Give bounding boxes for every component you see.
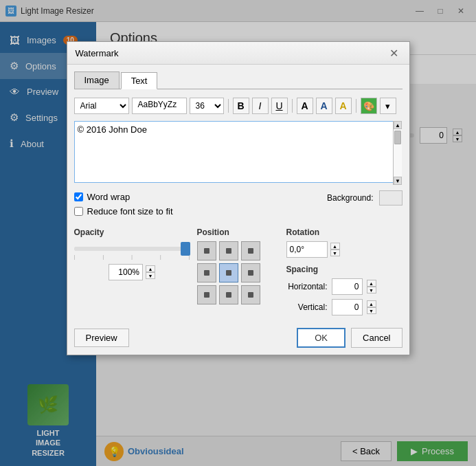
reduce-font-label: Reduce font size to fit: [87, 206, 173, 217]
vertical-down-button[interactable]: ▼: [367, 307, 376, 314]
word-wrap-label: Word wrap: [87, 192, 131, 202]
spacing-group: Spacing Horizontal: ▲ ▼ Vertical:: [286, 265, 403, 315]
rotation-input-row: ▲ ▼: [286, 241, 403, 258]
vertical-spinners: ▲ ▼: [367, 300, 376, 314]
opacity-input[interactable]: [109, 264, 143, 280]
app-window: 🖼 Light Image Resizer — □ ✕ 🖼 Images 10 …: [0, 0, 476, 466]
opacity-ticks: | | | | |: [74, 254, 190, 260]
text-scrollbar: ▲ ▼: [393, 121, 403, 185]
horizontal-spacing-input[interactable]: [332, 278, 363, 295]
rotation-input[interactable]: [286, 241, 328, 258]
font-sample: AaBbYyZz: [132, 98, 187, 114]
tab-image[interactable]: Image: [74, 71, 120, 89]
opacity-track[interactable]: [74, 247, 190, 251]
opacity-spinners: ▲ ▼: [146, 265, 155, 279]
footer-right: OK Cancel: [297, 328, 402, 348]
tab-text[interactable]: Text: [121, 72, 158, 89]
font-name-select[interactable]: Arial: [74, 98, 129, 114]
position-grid: [197, 241, 280, 304]
paint-icon: 🎨: [363, 101, 374, 111]
vertical-up-button[interactable]: ▲: [367, 300, 376, 307]
bold-button[interactable]: B: [233, 98, 249, 114]
cancel-button[interactable]: Cancel: [351, 328, 402, 348]
opacity-down-button[interactable]: ▼: [146, 272, 155, 279]
horizontal-spinners: ▲ ▼: [367, 280, 376, 293]
spacing-label: Spacing: [286, 265, 403, 274]
vertical-label: Vertical:: [286, 302, 328, 312]
modal-title-bar: Watermark ✕: [67, 42, 409, 65]
underline-button[interactable]: U: [271, 98, 288, 114]
rotation-spinners: ▲ ▼: [330, 243, 340, 256]
reduce-font-row: Reduce font size to fit: [74, 206, 173, 217]
opacity-section: Opacity | | | | |: [74, 228, 190, 320]
color-a-yellow-label: A: [339, 100, 346, 111]
text-toolbar: Arial AaBbYyZz 36 8 12 14 18 24 48 72 B: [74, 95, 403, 117]
rotation-down-button[interactable]: ▼: [330, 249, 340, 256]
toolbar-separator-2: [292, 99, 293, 113]
modal-overlay: Watermark ✕ Image Text Arial: [0, 0, 476, 466]
position-middle-left[interactable]: [197, 263, 216, 282]
color-a-blue-label: A: [320, 100, 327, 111]
opacity-thumb[interactable]: [181, 242, 190, 256]
position-middle-center[interactable]: [219, 263, 238, 282]
rotation-spacing-section: Rotation ▲ ▼ Spacing Horizontal:: [286, 228, 403, 320]
position-bottom-left[interactable]: [197, 285, 216, 304]
position-top-center[interactable]: [219, 241, 238, 260]
color-a-black-label: A: [301, 100, 308, 111]
three-column-section: Opacity | | | | |: [74, 228, 403, 320]
italic-button[interactable]: I: [252, 98, 269, 114]
horizontal-label: Horizontal:: [286, 282, 328, 291]
position-top-left[interactable]: [197, 241, 216, 260]
opacity-label: Opacity: [74, 228, 190, 237]
checkbox-group: Word wrap Reduce font size to fit: [74, 188, 173, 221]
vertical-spacing-input[interactable]: [332, 299, 363, 315]
text-color-blue-button[interactable]: A: [316, 98, 332, 114]
ok-button[interactable]: OK: [297, 328, 345, 348]
position-top-right[interactable]: [241, 241, 260, 260]
modal-close-button[interactable]: ✕: [387, 46, 401, 60]
watermark-text-input[interactable]: © 2016 John Doe: [74, 121, 403, 183]
text-color-yellow-button[interactable]: A: [335, 98, 352, 114]
position-bottom-right[interactable]: [241, 285, 260, 304]
scroll-thumb[interactable]: [394, 131, 401, 144]
background-label: Background:: [327, 193, 373, 203]
preview-button[interactable]: Preview: [74, 329, 129, 347]
word-wrap-checkbox[interactable]: [74, 192, 83, 201]
reduce-font-checkbox[interactable]: [74, 207, 83, 216]
background-swatch[interactable]: [379, 190, 403, 206]
scroll-up-arrow[interactable]: ▲: [394, 121, 402, 129]
text-color-black-button[interactable]: A: [297, 98, 313, 114]
dropdown-button[interactable]: ▾: [380, 98, 396, 114]
position-middle-right[interactable]: [241, 263, 260, 282]
modal-footer: Preview OK Cancel: [74, 328, 403, 348]
modal-body: Image Text Arial AaBbYyZz 36 8 12: [67, 65, 409, 355]
horizontal-up-button[interactable]: ▲: [367, 280, 376, 287]
opacity-up-button[interactable]: ▲: [146, 265, 155, 272]
text-area-wrap: © 2016 John Doe ▲ ▼: [74, 121, 403, 185]
scroll-down-arrow[interactable]: ▼: [394, 177, 402, 185]
watermark-tabs: Image Text: [74, 71, 403, 89]
position-label: Position: [197, 228, 280, 237]
position-section: Position: [197, 228, 280, 320]
opacity-input-row: ▲ ▼: [74, 264, 190, 280]
modal-title-text: Watermark: [76, 48, 119, 58]
background-row: Background:: [327, 190, 402, 206]
font-size-select[interactable]: 36 8 12 14 18 24 48 72: [190, 98, 224, 114]
rotation-up-button[interactable]: ▲: [330, 243, 340, 249]
watermark-modal: Watermark ✕ Image Text Arial: [67, 41, 410, 355]
horizontal-down-button[interactable]: ▼: [367, 287, 376, 293]
scroll-track: [394, 129, 402, 177]
vertical-spacing-row: Vertical: ▲ ▼: [286, 299, 403, 315]
horizontal-spacing-row: Horizontal: ▲ ▼: [286, 278, 403, 295]
toolbar-separator-1: [228, 99, 229, 113]
position-bottom-center[interactable]: [219, 285, 238, 304]
toolbar-separator-3: [356, 99, 356, 113]
word-wrap-row: Word wrap: [74, 192, 173, 202]
rotation-label: Rotation: [286, 228, 403, 237]
paint-button[interactable]: 🎨: [361, 98, 377, 114]
